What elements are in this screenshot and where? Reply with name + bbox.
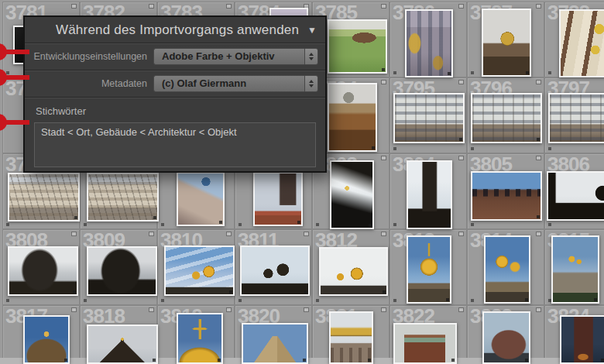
unsaved-metadata-badge-icon[interactable] [149,307,154,312]
keywords-label: Stichwörter [36,105,316,117]
photo-thumbnail[interactable] [560,315,604,364]
photo-thumbnail[interactable] [164,246,235,296]
photo-thumbnail[interactable] [177,172,225,226]
photo-thumbnail[interactable] [551,235,599,304]
unsaved-metadata-badge-icon[interactable] [304,307,309,312]
photo-thumbnail[interactable] [253,172,303,226]
photo-thumbnail[interactable] [471,93,542,143]
unsaved-metadata-badge-icon[interactable] [304,232,309,236]
photo-thumbnail[interactable] [548,93,604,143]
unsaved-metadata-badge-icon[interactable] [71,307,77,312]
photo-thumbnail[interactable] [329,311,373,364]
keywords-input[interactable]: Stadt < Ort, Gebäude < Architektur < Obj… [34,122,316,167]
photo-thumbnail[interactable] [240,246,310,296]
unsaved-metadata-badge-icon[interactable] [381,232,386,236]
photo-thumbnail[interactable] [393,93,465,143]
cell-flag-dot-icon [84,299,87,302]
photo-thumbnail[interactable] [559,9,604,77]
unsaved-metadata-badge-icon[interactable] [226,4,232,9]
callout-line [4,75,29,80]
unsaved-metadata-badge-icon[interactable] [458,232,464,236]
unsaved-metadata-badge-icon[interactable] [458,307,464,312]
cell-flag-dot-icon [471,71,474,74]
keywords-section: Stichwörter Stadt < Ort, Gebäude < Archi… [25,98,325,167]
cell-flag-dot-icon [393,147,396,150]
lightroom-grid-view: 3781378237833784378537863787378837903791… [0,0,604,364]
cell-flag-dot-icon [471,223,474,226]
photo-thumbnail[interactable] [405,9,453,77]
unsaved-metadata-badge-icon[interactable] [536,232,541,236]
unsaved-metadata-badge-icon[interactable] [458,80,464,84]
photo-thumbnail[interactable] [407,160,452,229]
photo-thumbnail[interactable] [471,171,542,221]
unsaved-metadata-badge-icon[interactable] [381,156,386,160]
develop-settings-row: Entwicklungseinstellungen Adobe Farbe + … [25,43,325,70]
photo-thumbnail[interactable] [547,171,604,221]
unsaved-metadata-badge-icon[interactable] [458,156,464,160]
develop-settings-dropdown[interactable]: Adobe Farbe + Objektiv [153,48,318,65]
cell-flag-dot-icon [6,71,9,74]
unsaved-metadata-badge-icon[interactable] [226,307,232,312]
photo-thumbnail[interactable] [393,323,457,364]
photo-thumbnail[interactable] [484,235,530,304]
cell-flag-dot-icon [161,223,164,226]
callout-line [4,50,29,54]
cell-flag-dot-icon [6,223,9,226]
cell-flag-dot-icon [548,71,551,74]
panel-header: Während des Importvorgangs anwenden ▼ [25,17,325,43]
unsaved-metadata-badge-icon[interactable] [381,4,386,9]
collapse-triangle-icon[interactable]: ▼ [307,25,317,36]
cell-flag-dot-icon [393,223,396,226]
cell-flag-dot-icon [548,223,551,226]
callout-line [4,120,29,125]
unsaved-metadata-badge-icon[interactable] [149,232,154,236]
photo-thumbnail[interactable] [319,247,388,296]
unsaved-metadata-badge-icon[interactable] [381,307,386,312]
photo-thumbnail[interactable] [482,311,530,364]
develop-settings-label: Entwicklungseinstellungen [25,51,153,62]
cell-flag-dot-icon [393,71,396,74]
photo-thumbnail[interactable] [87,173,159,221]
cell-flag-dot-icon [471,147,474,150]
unsaved-metadata-badge-icon[interactable] [536,156,541,160]
photo-thumbnail[interactable] [482,9,531,77]
metadata-dropdown[interactable]: (c) Olaf Giermann [153,75,318,92]
unsaved-metadata-badge-icon[interactable] [536,4,541,9]
metadata-value[interactable]: (c) Olaf Giermann [153,75,304,92]
cell-flag-dot-icon [316,223,319,226]
metadata-row: Metadaten (c) Olaf Giermann [25,70,325,98]
photo-thumbnail[interactable] [87,246,157,296]
cell-flag-dot-icon [161,299,164,302]
photo-thumbnail[interactable] [8,173,80,221]
photo-thumbnail[interactable] [177,313,223,364]
import-apply-panel: Während des Importvorgangs anwenden ▼ En… [23,15,327,173]
photo-thumbnail[interactable] [328,83,377,152]
unsaved-metadata-badge-icon[interactable] [458,4,464,9]
stepper-icon[interactable] [304,75,318,92]
cell-flag-dot-icon [548,147,551,150]
metadata-label: Metadaten [25,78,153,89]
develop-settings-value[interactable]: Adobe Farbe + Objektiv [153,48,304,65]
panel-title: Während des Importvorgangs anwenden [56,22,299,38]
photo-thumbnail[interactable] [242,323,308,364]
unsaved-metadata-badge-icon[interactable] [536,307,541,312]
cell-flag-dot-icon [6,299,9,302]
unsaved-metadata-badge-icon[interactable] [381,80,386,84]
photo-thumbnail[interactable] [328,19,387,74]
unsaved-metadata-badge-icon[interactable] [226,232,232,236]
photo-thumbnail[interactable] [87,325,158,364]
unsaved-metadata-badge-icon[interactable] [149,4,154,9]
cell-flag-dot-icon [393,299,396,302]
stepper-icon[interactable] [304,48,318,65]
cell-flag-dot-icon [316,299,319,302]
cell-flag-dot-icon [239,223,242,226]
cell-flag-dot-icon [471,299,474,302]
photo-thumbnail[interactable] [23,315,70,364]
unsaved-metadata-badge-icon[interactable] [536,80,541,84]
cell-flag-dot-icon [84,223,87,226]
unsaved-metadata-badge-icon[interactable] [71,232,77,236]
unsaved-metadata-badge-icon[interactable] [71,4,77,9]
photo-thumbnail[interactable] [8,246,78,296]
photo-thumbnail[interactable] [330,160,374,229]
photo-thumbnail[interactable] [407,235,451,304]
